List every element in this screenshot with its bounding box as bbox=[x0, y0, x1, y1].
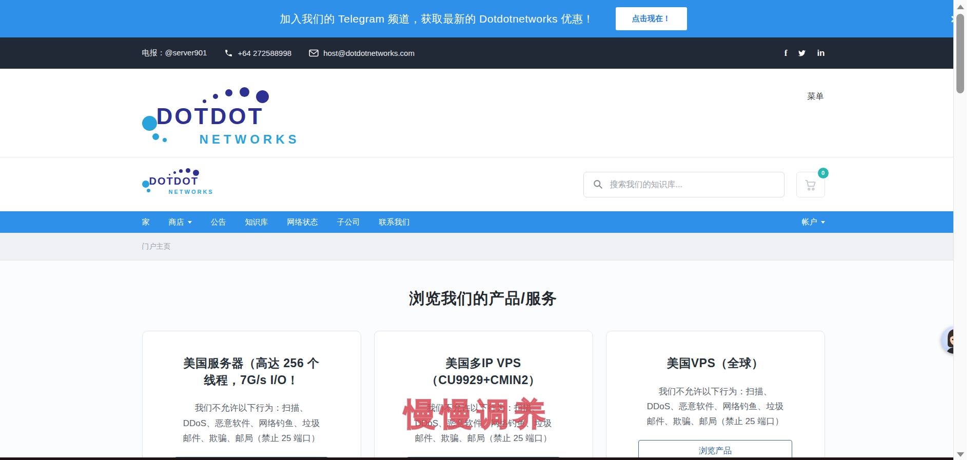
page-title: 浏览我们的产品/服务 bbox=[0, 288, 967, 309]
logo-text-networks: NETWORKS bbox=[200, 132, 300, 147]
scroll-down-arrow-icon[interactable] bbox=[957, 452, 964, 457]
linkedin-icon[interactable]: in bbox=[817, 48, 825, 58]
logo-dot bbox=[203, 99, 206, 103]
promo-click-now-button[interactable]: 点击现在！ bbox=[616, 7, 687, 30]
telegram-contact-label: 电报：@server901 bbox=[142, 48, 207, 58]
logo-dot bbox=[240, 87, 249, 97]
phone-contact[interactable]: +64 272588998 bbox=[224, 49, 291, 57]
card-description: 我们不允许以下行为：扫描、 DDoS、恶意软件、网络钓鱼、垃圾 邮件、欺骗、邮局… bbox=[624, 384, 807, 429]
knowledgebase-search bbox=[583, 172, 785, 197]
scrollbar-thumb[interactable] bbox=[956, 14, 964, 93]
contact-bar: 电报：@server901 +64 272588998 host@dotdotn… bbox=[0, 37, 967, 69]
breadcrumb-bar: 门户主页 bbox=[0, 233, 967, 261]
nav-item-announcements[interactable]: 公告 bbox=[211, 217, 226, 227]
logo-dot bbox=[256, 90, 269, 103]
card-title: 美国VPS（全球） bbox=[624, 355, 807, 372]
nav-item-home[interactable]: 家 bbox=[142, 217, 150, 227]
logo-dot bbox=[142, 116, 157, 131]
twitter-icon[interactable] bbox=[797, 49, 807, 58]
email-contact[interactable]: host@dotdotnetworks.com bbox=[309, 49, 415, 57]
logo-dot bbox=[163, 138, 167, 142]
promo-banner-text: 加入我们的 Telegram 频道，获取最新的 Dotdotnetworks 优… bbox=[280, 12, 594, 26]
logo-dot bbox=[179, 169, 183, 173]
site-logo-large[interactable]: DOTDOT NETWORKS bbox=[142, 86, 327, 151]
social-links: f in bbox=[785, 48, 825, 58]
logo-text-dotdot: DOTDOT bbox=[149, 175, 199, 187]
site-logo-small[interactable]: DOTDOT NETWORKS bbox=[142, 168, 229, 201]
scroll-up-arrow-icon[interactable] bbox=[957, 5, 964, 9]
cart-button[interactable]: 0 bbox=[796, 172, 825, 197]
telegram-contact[interactable]: 电报：@server901 bbox=[142, 48, 207, 58]
product-card-us-multi-ip-vps: 美国多IP VPS （CU9929+CMIN2） 我们不允许以下行为：扫描、 D… bbox=[374, 331, 593, 460]
breadcrumb[interactable]: 门户主页 bbox=[142, 242, 171, 251]
cart-icon bbox=[804, 178, 817, 191]
product-card-us-vps-global: 美国VPS（全球） 我们不允许以下行为：扫描、 DDoS、恶意软件、网络钓鱼、垃… bbox=[606, 331, 825, 460]
portal-subheader: DOTDOT NETWORKS 0 bbox=[0, 157, 967, 211]
card-description: 我们不允许以下行为：扫描、 DDoS、恶意软件、网络钓鱼、垃圾 邮件、欺骗、邮局… bbox=[160, 401, 343, 446]
primary-nav: 家 商店 公告 知识库 网络状态 子公司 联系我们 帐户 bbox=[0, 211, 967, 233]
facebook-icon[interactable]: f bbox=[785, 48, 788, 58]
nav-item-store[interactable]: 商店 bbox=[169, 217, 192, 227]
logo-dot bbox=[173, 171, 176, 174]
logo-dot bbox=[142, 181, 149, 188]
menu-toggle[interactable]: 菜单 bbox=[808, 91, 824, 102]
card-description: 我们不允许以下行为：扫描、 DDoS、恶意软件、网络钓鱼、垃圾 邮件、欺骗、邮局… bbox=[392, 401, 575, 446]
logo-text-networks: NETWORKS bbox=[169, 189, 214, 195]
main-content: 浏览我们的产品/服务 美国服务器（高达 256 个 线程，7G/s I/O！ 我… bbox=[0, 261, 967, 457]
chevron-down-icon bbox=[821, 221, 825, 224]
logo-dot bbox=[186, 168, 190, 173]
phone-number: +64 272588998 bbox=[238, 49, 291, 57]
nav-item-network-status[interactable]: 网络状态 bbox=[287, 217, 318, 227]
promo-banner: 加入我们的 Telegram 频道，获取最新的 Dotdotnetworks 优… bbox=[0, 0, 967, 37]
email-address: host@dotdotnetworks.com bbox=[323, 49, 415, 57]
card-title: 美国多IP VPS （CU9929+CMIN2） bbox=[392, 355, 575, 388]
logo-dot bbox=[225, 89, 232, 96]
browser-viewport: 加入我们的 Telegram 频道，获取最新的 Dotdotnetworks 优… bbox=[0, 0, 967, 460]
nav-item-contact[interactable]: 联系我们 bbox=[379, 217, 410, 227]
logo-text-dotdot: DOTDOT bbox=[156, 104, 264, 129]
phone-icon bbox=[224, 49, 233, 57]
email-icon bbox=[309, 49, 319, 57]
nav-item-account[interactable]: 帐户 bbox=[802, 217, 825, 227]
search-icon bbox=[593, 179, 603, 189]
logo-dot bbox=[213, 94, 218, 99]
logo-dot bbox=[152, 133, 159, 140]
product-card-us-servers: 美国服务器（高达 256 个 线程，7G/s I/O！ 我们不允许以下行为：扫描… bbox=[142, 331, 361, 460]
nav-item-affiliates[interactable]: 子公司 bbox=[337, 217, 360, 227]
logo-dot bbox=[147, 189, 150, 192]
bottom-dark-strip bbox=[0, 457, 967, 460]
search-input[interactable] bbox=[610, 180, 764, 189]
card-title: 美国服务器（高达 256 个 线程，7G/s I/O！ bbox=[160, 355, 343, 388]
product-cards: 美国服务器（高达 256 个 线程，7G/s I/O！ 我们不允许以下行为：扫描… bbox=[142, 331, 825, 460]
chevron-down-icon bbox=[188, 221, 192, 224]
main-header: DOTDOT NETWORKS 菜单 bbox=[0, 69, 967, 157]
nav-item-knowledgebase[interactable]: 知识库 bbox=[245, 217, 268, 227]
vertical-scrollbar[interactable] bbox=[953, 0, 967, 460]
cart-count-badge: 0 bbox=[818, 168, 829, 178]
